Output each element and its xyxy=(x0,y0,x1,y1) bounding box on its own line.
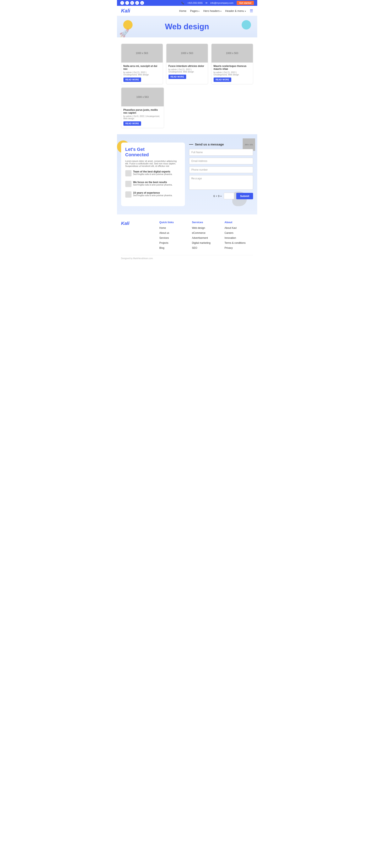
list-item: Terms & conditions xyxy=(225,241,253,245)
list-item: Innovation xyxy=(225,236,253,240)
contact-info: 📞 +815.555.5555 ✉ info@mycompany.com xyxy=(181,2,233,4)
contact-section: 200 x 101 Let's Get Connected Lorem ipsu… xyxy=(117,134,257,214)
footer-link[interactable]: About us xyxy=(159,231,169,235)
feature-icon xyxy=(125,191,131,197)
footer-link[interactable]: Projects xyxy=(159,242,168,244)
email-input[interactable] xyxy=(189,158,253,164)
feature-item: 15 years of experience Sed fringilla nul… xyxy=(125,191,181,199)
page-title: Web design xyxy=(121,22,253,31)
blog-card-body: Mauris scelerisque rhoncus mauris vitae … xyxy=(212,63,253,84)
full-name-input[interactable] xyxy=(189,149,253,156)
email-address: info@mycompany.com xyxy=(210,2,233,4)
footer-col-heading: Quick links xyxy=(159,221,188,224)
footer-link[interactable]: Digital marketing xyxy=(192,242,211,244)
read-more-button[interactable]: READ MORE xyxy=(123,78,141,82)
list-item: Web design xyxy=(192,226,220,229)
blog-grid: 1000 x 563 Nulla arcu mi, suscipit ut du… xyxy=(121,44,253,84)
list-item: Careers xyxy=(225,231,253,235)
footer-logo: Kali xyxy=(121,221,155,226)
blog-card-meta: by admin | Oct 21, 2022 | Uncategorized,… xyxy=(168,68,206,73)
captcha-input[interactable] xyxy=(224,193,234,199)
footer-col-heading: Services xyxy=(192,221,220,224)
submit-button[interactable]: Submit xyxy=(236,193,253,199)
footer-link[interactable]: About Kavi xyxy=(225,226,237,229)
facebook-icon[interactable]: f xyxy=(120,1,124,5)
list-item: Privacy xyxy=(225,246,253,250)
footer-brand: Kali xyxy=(121,221,155,251)
list-item: Blog xyxy=(159,246,188,250)
footer-link[interactable]: Home xyxy=(159,226,166,229)
blog-single-row: 1000 x 563 Phasellus purus justo, mollis… xyxy=(121,88,253,128)
read-more-button[interactable]: READ MORE xyxy=(123,121,141,126)
blog-card-image: 1000 x 563 xyxy=(121,44,163,63)
footer-link[interactable]: Careers xyxy=(225,231,233,235)
feature-text: Team of the best digital experts Sed fri… xyxy=(133,170,173,178)
phone-input[interactable] xyxy=(189,166,253,173)
footer-link[interactable]: Advertisement xyxy=(192,237,208,239)
list-item: eCommerce xyxy=(192,231,220,235)
footer-quick-links-list: Home About us Services Projects Blog xyxy=(159,226,188,250)
nav-home[interactable]: Home xyxy=(179,9,186,12)
list-item: Digital marketing xyxy=(192,241,220,245)
blog-empty-space xyxy=(167,88,253,128)
footer-col-heading: About xyxy=(225,221,253,224)
read-more-button[interactable]: READ MORE xyxy=(214,78,231,82)
blog-card-title: Fusce interdum ultricies dolor xyxy=(168,65,206,67)
feature-icon xyxy=(125,181,131,187)
feature-text: We focus on the best results Sed fringil… xyxy=(133,181,173,189)
footer-about-list: About Kavi Careers Innovation Terms & co… xyxy=(225,226,253,250)
blog-card: 1000 x 563 Fusce interdum ultricies dolo… xyxy=(166,44,208,84)
footer-quick-links: Quick links Home About us Services Proje… xyxy=(159,221,188,251)
list-item: Services xyxy=(159,236,188,240)
blog-card-meta: by admin | Oct 21, 2022 | Uncategorized,… xyxy=(123,71,161,76)
pinterest-icon[interactable]: p xyxy=(135,1,139,5)
blog-card: 1000 x 563 Nulla arcu mi, suscipit ut du… xyxy=(121,44,163,84)
feature-desc: Sed fringilla nulla id ante pulvinar pha… xyxy=(133,173,173,176)
navigation: Kali Home Pages ▾ Hero headers ▾ Header … xyxy=(117,6,257,16)
blog-card-body: Fusce interdum ultricies dolor by admin … xyxy=(166,63,208,81)
blog-card-title: Phasellus purus justo, mollis nec sapien xyxy=(123,108,162,114)
blog-card-meta: by admin | Oct 8, 2022 | Uncategorized, … xyxy=(123,115,162,120)
nav-header-menu[interactable]: Header & menu ▾ xyxy=(225,9,246,12)
feature-icon xyxy=(125,170,131,177)
rocket-decoration: 🚀 xyxy=(119,28,129,37)
social-icons: f t in p g xyxy=(120,1,144,5)
blog-card-image: 1000 x 563 xyxy=(212,44,253,63)
footer-services: Services Web design eCommerce Advertisem… xyxy=(192,221,220,251)
contact-left-panel: Let's Get Connected Lorem ipsum dolor si… xyxy=(121,143,185,206)
logo[interactable]: Kali xyxy=(121,8,130,14)
list-item: Projects xyxy=(159,241,188,245)
blog-card-body: Phasellus purus justo, mollis nec sapien… xyxy=(121,106,164,128)
footer-link[interactable]: SEO xyxy=(192,246,197,249)
blog-section: 1000 x 563 Nulla arcu mi, suscipit ut du… xyxy=(117,37,257,134)
nav-links: Home Pages ▾ Hero headers ▾ Header & men… xyxy=(179,8,253,13)
read-more-button[interactable]: READ MORE xyxy=(168,74,186,79)
footer-link[interactable]: Terms & conditions xyxy=(225,242,246,244)
feature-desc: Sed fringilla nulla id ante pulvinar pha… xyxy=(133,184,173,186)
list-item: Advertisement xyxy=(192,236,220,240)
footer-link[interactable]: Services xyxy=(159,237,169,239)
feature-item: We focus on the best results Sed fringil… xyxy=(125,181,181,189)
footer-link[interactable]: Innovation xyxy=(225,237,236,239)
feature-title: Team of the best digital experts xyxy=(133,170,173,173)
google-icon[interactable]: g xyxy=(140,1,144,5)
list-item: About us xyxy=(159,231,188,235)
feature-text: 15 years of experience Sed fringilla nul… xyxy=(133,191,173,199)
blog-card: 1000 x 563 Phasellus purus justo, mollis… xyxy=(121,88,164,128)
footer-link[interactable]: eCommerce xyxy=(192,231,206,235)
footer-top: Kali Quick links Home About us Services … xyxy=(121,221,253,251)
chevron-down-icon: ▾ xyxy=(198,10,199,12)
footer-link[interactable]: Privacy xyxy=(225,246,233,249)
footer-link[interactable]: Blog xyxy=(159,246,164,249)
linkedin-icon[interactable]: in xyxy=(130,1,134,5)
phone-number: +815.555.5555 xyxy=(187,2,202,4)
captcha-text: 6 + 9 = xyxy=(213,194,222,197)
feature-desc: Sed fringilla nulla id ante pulvinar pha… xyxy=(133,194,173,196)
hamburger-icon[interactable]: ☰ xyxy=(250,8,253,13)
footer-link[interactable]: Web design xyxy=(192,226,205,229)
twitter-icon[interactable]: t xyxy=(125,1,129,5)
get-started-button[interactable]: Get started xyxy=(237,1,254,5)
nav-hero-headers[interactable]: Hero headers ▾ xyxy=(203,9,221,12)
message-input[interactable] xyxy=(189,175,253,190)
nav-pages[interactable]: Pages ▾ xyxy=(190,9,199,12)
